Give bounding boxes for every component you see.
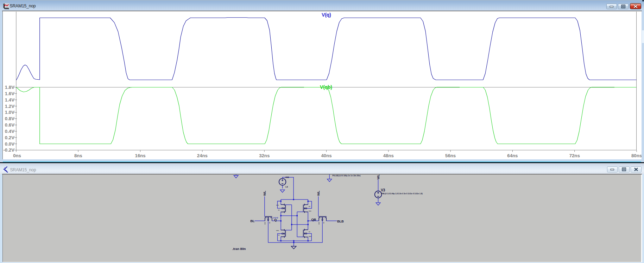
svg-text:32ns: 32ns — [259, 153, 270, 158]
svg-text:0ns: 0ns — [13, 153, 21, 158]
svg-text:V(q): V(q) — [322, 12, 331, 17]
svg-text:24ns: 24ns — [197, 153, 208, 158]
svg-text:WL: WL — [263, 190, 266, 196]
svg-text:0.2V: 0.2V — [5, 135, 14, 140]
svg-text:-0.2V: -0.2V — [3, 147, 14, 153]
svg-text:1.8: 1.8 — [285, 186, 288, 188]
svg-text:.tran 80n: .tran 80n — [232, 247, 246, 250]
svg-text:1.6V: 1.6V — [5, 91, 14, 96]
svg-text:QB: QB — [311, 217, 316, 221]
svg-text:80ns: 80ns — [631, 153, 642, 158]
svg-text:1.4V: 1.4V — [5, 97, 14, 102]
svg-text:0.0V: 0.0V — [5, 141, 14, 146]
svg-text:BL: BL — [250, 219, 255, 223]
svg-text:64ns: 64ns — [507, 153, 518, 158]
svg-text:1.8V: 1.8V — [5, 85, 14, 90]
svg-text:16ns: 16ns — [135, 153, 146, 158]
svg-text:56ns: 56ns — [445, 153, 456, 158]
svg-text:1.2V: 1.2V — [5, 103, 14, 109]
svg-text:48ns: 48ns — [383, 153, 394, 158]
svg-text:WL: WL — [376, 175, 380, 179]
svg-text:8ns: 8ns — [74, 153, 82, 158]
svg-text:0.8V: 0.8V — [5, 116, 14, 121]
svg-text:V3: V3 — [381, 188, 385, 192]
svg-text:PWL(0 1.8 3.49p 1.8 3.5n 0 3n: PWL(0 1.8 3.49p 1.8 3.5n 0 3n 0 3.01n 0 … — [381, 192, 423, 194]
svg-text:72ns: 72ns — [569, 153, 580, 158]
svg-text:1.0V: 1.0V — [5, 110, 14, 115]
svg-text:BLB: BLB — [337, 219, 344, 223]
svg-text:WL: WL — [316, 190, 320, 196]
svg-text:40ns: 40ns — [321, 153, 332, 158]
svg-text:???: ??? — [273, 216, 278, 220]
svg-text:0.4V: 0.4V — [5, 128, 14, 134]
svg-text:PULSE(1.8 0 100p 1n 1n 10n 20n: PULSE(1.8 0 100p 1n 1n 10n 20n) — [333, 175, 361, 177]
svg-text:VDD: VDD — [285, 176, 289, 178]
svg-text:0.6V: 0.6V — [5, 122, 14, 128]
